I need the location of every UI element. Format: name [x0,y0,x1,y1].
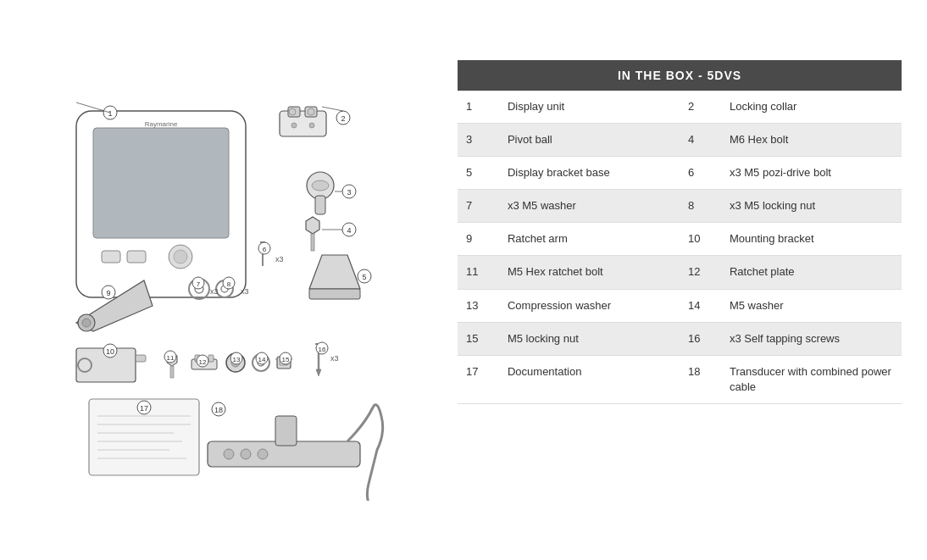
svg-text:x3: x3 [275,255,284,263]
part-num-left: 11 [458,256,499,289]
table-row: 1Display unit2Locking collar [458,91,902,124]
part-label-right: Mounting bracket [721,223,902,256]
svg-text:16: 16 [319,346,326,353]
part-num-right: 6 [680,156,721,189]
svg-text:15: 15 [282,356,290,363]
part-num-right: 16 [680,322,721,355]
part-label-left: Display unit [499,91,680,124]
part-num-right: 10 [680,223,721,256]
part-label-left: Compression washer [499,289,680,322]
svg-marker-26 [306,217,319,234]
part-num-right: 4 [680,123,721,156]
part-label-left: M5 locking nut [499,322,680,355]
svg-point-5 [174,250,187,263]
part-label-left: x3 M5 washer [499,190,680,223]
part-num-left: 7 [458,190,499,223]
svg-text:6: 6 [263,246,267,253]
part-num-left: 1 [458,91,499,124]
svg-text:9: 9 [106,289,110,297]
svg-text:x3: x3 [241,287,249,296]
svg-rect-27 [311,234,314,251]
svg-point-43 [82,319,91,327]
part-num-left: 13 [458,289,499,322]
svg-rect-104 [275,416,297,446]
part-label-right: Transducer with combined power cable [721,356,902,404]
svg-text:3: 3 [347,188,351,197]
svg-text:x3: x3 [330,354,339,363]
parts-diagram: 1 Raymarine 2 [25,60,424,501]
svg-point-15 [291,123,297,128]
table-row: 5Display bracket base6x3 M5 pozi-drive b… [458,156,902,189]
svg-point-102 [241,449,251,459]
part-num-right: 2 [680,91,721,124]
table-area: IN THE BOX - 5DVS 1Display unit2Locking … [458,60,902,405]
svg-text:7: 7 [197,280,201,288]
table-row: 7x3 M5 washer8x3 M5 locking nut [458,190,902,223]
svg-text:11: 11 [167,354,175,362]
svg-text:8: 8 [227,280,231,288]
svg-rect-67 [208,355,214,362]
svg-rect-3 [127,251,146,263]
part-label-right: x3 M5 locking nut [721,190,902,223]
svg-rect-22 [315,196,325,214]
svg-rect-32 [309,289,360,299]
svg-rect-62 [170,366,174,378]
part-label-left: Display bracket base [499,156,680,189]
svg-text:5: 5 [362,273,366,281]
part-num-left: 3 [458,123,499,156]
svg-text:17: 17 [140,404,148,413]
table-row: 11M5 Hex ratchet bolt12Ratchet plate [458,256,902,289]
svg-text:x3: x3 [210,287,219,296]
svg-text:2: 2 [341,114,345,123]
svg-point-103 [258,449,268,459]
part-num-left: 17 [458,356,499,404]
part-label-left: Ratchet arm [499,223,680,256]
part-label-right: M5 washer [721,289,902,322]
part-num-right: 18 [680,356,721,404]
svg-text:18: 18 [214,406,223,414]
table-row: 15M5 locking nut16x3 Self tapping screws [458,322,902,355]
svg-rect-10 [280,111,326,136]
svg-point-16 [309,123,314,128]
svg-point-101 [224,449,234,459]
svg-line-19 [322,107,343,111]
diagram-area: 1 Raymarine 2 [25,60,424,501]
part-label-left: Pivot ball [499,123,680,156]
table-row: 9Ratchet arm10Mounting bracket [458,223,902,256]
part-label-right: M6 Hex bolt [721,123,902,156]
part-label-left: M5 Hex ratchet bolt [499,256,680,289]
svg-rect-58 [136,355,146,362]
part-num-right: 8 [680,190,721,223]
svg-text:4: 4 [347,226,351,235]
table-header: IN THE BOX - 5DVS [458,60,902,91]
part-label-right: Locking collar [721,91,902,124]
svg-point-21 [312,180,329,191]
svg-point-14 [308,108,314,115]
table-row: 13Compression washer14M5 washer [458,289,902,322]
part-label-right: x3 Self tapping screws [721,322,902,355]
svg-marker-31 [309,255,360,289]
table-row: 3Pivot ball4M6 Hex bolt [458,123,902,156]
parts-table: IN THE BOX - 5DVS 1Display unit2Locking … [458,60,902,405]
svg-rect-1 [93,128,229,238]
part-label-right: Ratchet plate [721,256,902,289]
part-num-left: 9 [458,223,499,256]
part-label-left: Documentation [499,356,680,404]
part-num-left: 15 [458,322,499,355]
part-num-left: 5 [458,156,499,189]
svg-text:1: 1 [108,109,112,118]
part-num-right: 14 [680,289,721,322]
svg-text:14: 14 [258,356,266,363]
svg-rect-2 [102,251,120,263]
svg-marker-87 [316,369,321,376]
table-row: 17Documentation18Transducer with combine… [458,356,902,404]
svg-text:12: 12 [199,358,207,366]
page-container: 1 Raymarine 2 [0,43,927,518]
svg-text:13: 13 [233,356,241,363]
svg-text:10: 10 [106,347,114,356]
svg-text:Raymarine: Raymarine [145,120,178,128]
part-num-right: 12 [680,256,721,289]
svg-point-13 [289,108,296,115]
part-label-right: x3 M5 pozi-drive bolt [721,156,902,189]
